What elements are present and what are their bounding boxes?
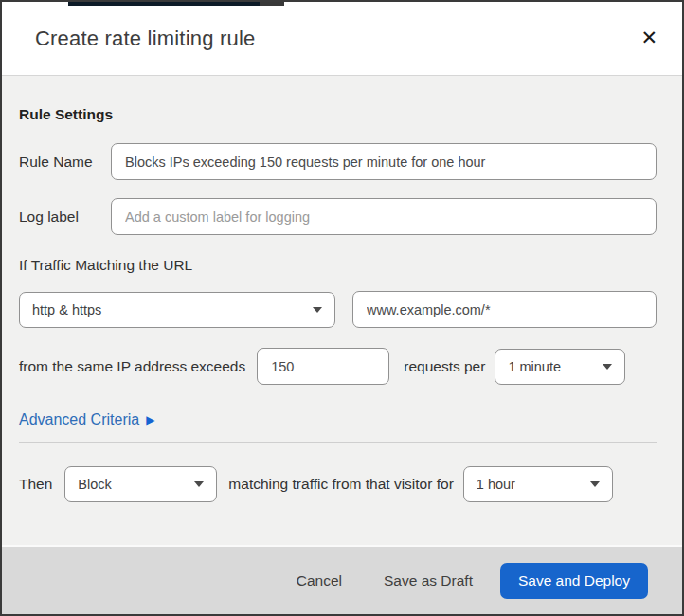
action-prefix-text: Then xyxy=(19,476,52,493)
period-select[interactable]: 1 minute xyxy=(495,349,625,385)
create-rate-limiting-rule-dialog: Create rate limiting rule ✕ Rule Setting… xyxy=(0,0,684,616)
save-as-draft-button[interactable]: Save as Draft xyxy=(384,572,473,589)
dialog-body: Rule Settings Rule Name Log label If Tra… xyxy=(2,106,682,502)
dialog-title: Create rate limiting rule xyxy=(35,27,255,51)
background-page-accent-bar xyxy=(68,2,260,6)
chevron-down-icon xyxy=(194,481,204,487)
threshold-prefix-text: from the same IP address exceeds xyxy=(19,358,245,375)
action-select-value: Block xyxy=(78,477,111,492)
log-label-label: Log label xyxy=(19,208,111,226)
url-pattern-input[interactable] xyxy=(352,291,657,328)
duration-select[interactable]: 1 hour xyxy=(463,466,613,502)
advanced-criteria-link[interactable]: Advanced Criteria ▶ xyxy=(19,411,154,428)
background-page-accent-bar-secondary xyxy=(260,2,284,6)
close-icon[interactable]: ✕ xyxy=(635,25,663,52)
section-divider xyxy=(19,442,657,443)
chevron-down-icon xyxy=(590,481,600,487)
save-and-deploy-button[interactable]: Save and Deploy xyxy=(500,563,648,599)
rule-settings-heading: Rule Settings xyxy=(19,106,657,123)
period-select-value: 1 minute xyxy=(508,359,561,374)
expand-arrow-icon: ▶ xyxy=(146,414,154,426)
log-label-row: Log label xyxy=(19,198,657,235)
url-match-row: http & https xyxy=(19,291,657,328)
action-select[interactable]: Block xyxy=(64,466,217,502)
scheme-select[interactable]: http & https xyxy=(19,292,335,328)
dialog-header: Create rate limiting rule ✕ xyxy=(2,2,682,76)
scheme-select-value: http & https xyxy=(32,302,101,317)
requests-count-input[interactable] xyxy=(257,348,389,385)
chevron-down-icon xyxy=(313,307,322,313)
action-row: Then Block matching traffic from that vi… xyxy=(19,466,657,502)
rule-name-input[interactable] xyxy=(111,143,657,180)
dialog-footer: Cancel Save as Draft Save and Deploy xyxy=(2,545,682,614)
cancel-button[interactable]: Cancel xyxy=(297,572,342,589)
chevron-down-icon xyxy=(603,364,612,370)
log-label-input[interactable] xyxy=(111,198,657,235)
advanced-criteria-label: Advanced Criteria xyxy=(19,411,139,428)
traffic-match-heading: If Traffic Matching the URL xyxy=(19,257,657,274)
action-middle-text: matching traffic from that visitor for xyxy=(228,476,453,493)
duration-select-value: 1 hour xyxy=(477,477,515,492)
rule-name-row: Rule Name xyxy=(19,143,657,180)
threshold-middle-text: requests per xyxy=(404,358,485,375)
rule-name-label: Rule Name xyxy=(19,154,111,171)
threshold-row: from the same IP address exceeds request… xyxy=(19,348,657,385)
